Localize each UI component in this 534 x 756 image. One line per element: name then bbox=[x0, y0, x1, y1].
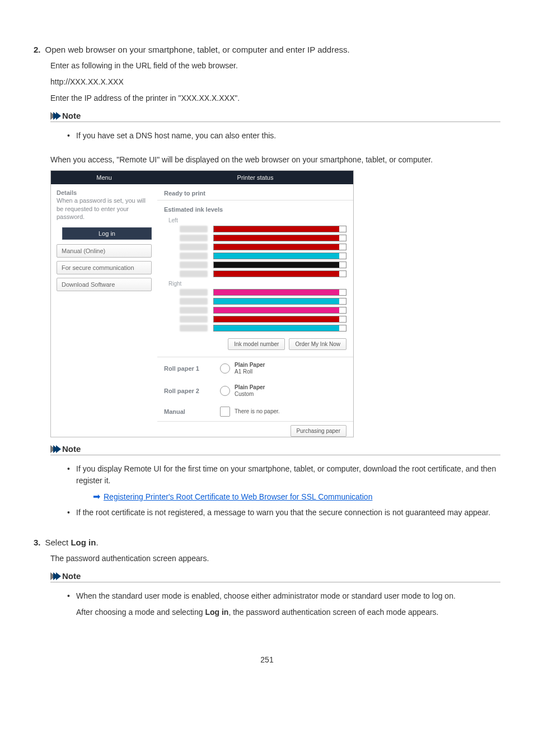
ink-row bbox=[157, 260, 353, 269]
note2-bullet1: If you display Remote UI for the first t… bbox=[67, 463, 500, 503]
step2-url: http://XXX.XX.X.XXX bbox=[50, 76, 500, 88]
ss-roll2-size: Custom bbox=[235, 391, 254, 397]
note1-label: Note bbox=[62, 111, 81, 120]
ink-row bbox=[157, 288, 353, 297]
ss-left-label: Left bbox=[157, 215, 353, 225]
note3-banner: Note bbox=[50, 569, 500, 582]
note2-banner: Note bbox=[50, 442, 500, 455]
ss-manual-online-button[interactable]: Manual (Online) bbox=[57, 244, 152, 258]
ss-download-software-button[interactable]: Download Software bbox=[57, 278, 152, 291]
step2-number: 2. bbox=[34, 45, 41, 54]
ss-ready-text: Ready to print bbox=[157, 184, 353, 200]
ss-roll1-type: Plain Paper bbox=[235, 362, 265, 368]
remote-ui-screenshot: Menu Details When a password is set, you… bbox=[50, 170, 354, 437]
ss-purchase-paper-button[interactable]: Purchasing paper bbox=[291, 425, 346, 437]
ss-ink-title: Estimated ink levels bbox=[157, 200, 353, 215]
ss-menu-header: Menu bbox=[51, 171, 157, 184]
chevron-icon bbox=[50, 112, 59, 120]
note1-bullet: If you have set a DNS host name, you can… bbox=[67, 130, 500, 142]
ss-status-header: Printer status bbox=[157, 171, 353, 184]
ink-row bbox=[157, 234, 353, 242]
ink-row bbox=[157, 306, 353, 315]
chevron-icon bbox=[50, 572, 59, 580]
roll-icon bbox=[220, 363, 230, 374]
step3-number: 3. bbox=[34, 538, 41, 547]
ink-row bbox=[157, 242, 353, 251]
chevron-icon bbox=[50, 445, 59, 453]
ss-roll1-label: Roll paper 1 bbox=[164, 365, 220, 372]
note3-bullet: When the standard user mode is enabled, … bbox=[67, 590, 500, 618]
register-root-cert-link[interactable]: Registering Printer's Root Certificate t… bbox=[104, 491, 372, 503]
ink-row bbox=[157, 251, 353, 260]
ss-roll1-size: A1 Roll bbox=[235, 368, 252, 375]
ink-row bbox=[157, 269, 353, 278]
step2-p4: When you access, "Remote UI" will be dis… bbox=[50, 154, 500, 166]
ss-roll2-label: Roll paper 2 bbox=[164, 388, 220, 394]
step3-p1: The password authentication screen appea… bbox=[50, 553, 500, 564]
arrow-right-icon: ➡ bbox=[93, 490, 100, 503]
ss-login-button[interactable]: Log in bbox=[62, 227, 152, 240]
ss-manual-row: Manual There is no paper. bbox=[157, 402, 353, 421]
note2-bullet2: If the root certificate is not registere… bbox=[67, 507, 500, 519]
ss-secure-comm-button[interactable]: For secure communication bbox=[57, 261, 152, 274]
sheet-icon bbox=[220, 407, 230, 417]
roll-icon bbox=[220, 386, 230, 396]
ss-roll1-row: Roll paper 1 Plain Paper A1 Roll bbox=[157, 357, 353, 380]
note3-label: Note bbox=[62, 571, 81, 581]
ss-right-label: Right bbox=[157, 278, 353, 288]
ss-manual-text: There is no paper. bbox=[235, 408, 280, 415]
ss-order-ink-button[interactable]: Order My Ink Now bbox=[289, 338, 346, 350]
step3-title: Select Log in. bbox=[45, 538, 99, 547]
step2-title: Open web browser on your smartphone, tab… bbox=[45, 45, 350, 54]
note1-banner: Note bbox=[50, 109, 500, 122]
ss-roll2-type: Plain Paper bbox=[235, 384, 265, 390]
ink-row bbox=[157, 225, 353, 234]
step2-p3: Enter the IP address of the printer in "… bbox=[50, 92, 500, 104]
ss-ink-model-button[interactable]: Ink model number bbox=[228, 338, 285, 350]
step2-p1: Enter as following in the URL field of t… bbox=[50, 60, 500, 72]
ink-row bbox=[157, 324, 353, 333]
note2-label: Note bbox=[62, 444, 81, 454]
page-number: 251 bbox=[34, 655, 500, 664]
ink-row bbox=[157, 315, 353, 324]
ss-details-title: Details bbox=[57, 189, 77, 196]
ss-manual-label: Manual bbox=[164, 408, 220, 415]
ink-row bbox=[157, 297, 353, 306]
ss-details-text: When a password is set, you will be requ… bbox=[57, 197, 146, 220]
ss-details: Details When a password is set, you will… bbox=[51, 184, 157, 226]
ss-roll2-row: Roll paper 2 Plain Paper Custom bbox=[157, 380, 353, 402]
